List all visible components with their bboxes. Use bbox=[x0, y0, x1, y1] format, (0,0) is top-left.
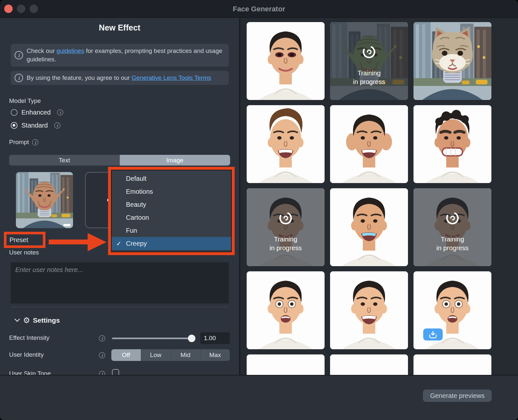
download-button[interactable] bbox=[423, 328, 443, 340]
generate-previews-button[interactable]: Generate previews bbox=[423, 389, 492, 402]
radio-circle[interactable] bbox=[11, 109, 18, 116]
menu-item-label: Default bbox=[126, 175, 146, 182]
user-identity-row: User Identity i OffLowMidMax bbox=[0, 349, 239, 362]
effect-intensity-info-icon[interactable]: i bbox=[99, 335, 105, 341]
user-identity-label: User Identity bbox=[9, 351, 44, 358]
training-label-line1: Training bbox=[247, 236, 325, 243]
menu-item-label: Beauty bbox=[126, 201, 146, 208]
spinner-icon bbox=[444, 209, 461, 227]
user-skin-tone-row: User Skin Tone i bbox=[0, 368, 239, 375]
radio-enhanced[interactable]: Enhancedi bbox=[11, 109, 63, 116]
gear-icon: ⚙ bbox=[23, 316, 30, 324]
annotation-arrow bbox=[49, 240, 88, 244]
user-identity-info-icon[interactable]: i bbox=[99, 352, 105, 358]
preview-tile-8[interactable] bbox=[330, 188, 408, 266]
preview-tile-5[interactable] bbox=[330, 105, 408, 183]
training-label-line1: Training bbox=[330, 69, 408, 77]
preset-annotation-rectangle: Preset bbox=[4, 232, 45, 248]
user-notes-textarea[interactable] bbox=[11, 262, 229, 303]
preview-tile-4[interactable] bbox=[247, 105, 325, 183]
preview-tile-15[interactable] bbox=[413, 354, 491, 375]
titlebar: Face Generator bbox=[0, 0, 518, 18]
preview-tile-14[interactable] bbox=[330, 354, 408, 375]
standard-info-icon[interactable]: i bbox=[54, 122, 60, 129]
divider bbox=[11, 307, 229, 307]
prompt-tabs: TextImage bbox=[9, 155, 230, 166]
menu-item-label: Fun bbox=[126, 227, 137, 234]
preset-dropdown-annotation: ✓Default✓Emotions✓Beauty✓Cartoon✓Fun✓Cre… bbox=[108, 167, 235, 255]
radio-standard[interactable]: Standardi bbox=[11, 122, 60, 129]
training-label-line1: Training bbox=[413, 236, 491, 243]
info-icon: i bbox=[15, 74, 23, 82]
preview-tile-11[interactable] bbox=[330, 271, 408, 349]
training-label-line2: in progress bbox=[330, 78, 408, 86]
radio-label: Standard bbox=[21, 122, 48, 129]
preview-tile-13[interactable] bbox=[247, 354, 325, 375]
menu-item-label: Creepy bbox=[126, 240, 147, 247]
preset-label: Preset bbox=[6, 236, 28, 244]
identity-segment-mid[interactable]: Mid bbox=[171, 349, 201, 361]
settings-header[interactable]: ⚙ Settings bbox=[14, 316, 60, 324]
effect-intensity-value[interactable]: 1.00 bbox=[200, 332, 230, 344]
preview-tile-12[interactable] bbox=[413, 271, 491, 349]
prompt-info-icon[interactable]: i bbox=[32, 139, 38, 145]
preset-menu-item-default[interactable]: ✓Default bbox=[112, 172, 231, 185]
preview-tile-9[interactable]: Trainingin progress bbox=[413, 188, 491, 266]
spinner-icon bbox=[360, 43, 378, 61]
spinner-icon bbox=[277, 209, 294, 227]
radio-circle[interactable] bbox=[11, 122, 18, 129]
preview-tile-1[interactable] bbox=[247, 22, 325, 100]
tab-text[interactable]: Text bbox=[9, 155, 120, 166]
training-overlay bbox=[247, 188, 325, 266]
checkmark-icon: ✓ bbox=[112, 240, 126, 247]
user-skin-tone-info-icon[interactable]: i bbox=[99, 371, 105, 375]
training-overlay bbox=[330, 22, 408, 100]
terms-link[interactable]: Generative Lens Tools Terms bbox=[131, 74, 211, 81]
window-title: Face Generator bbox=[0, 0, 518, 18]
effect-intensity-slider[interactable] bbox=[112, 338, 191, 339]
radio-label: Enhanced bbox=[21, 109, 51, 116]
chevron-down-icon bbox=[14, 318, 20, 322]
training-overlay bbox=[413, 188, 491, 266]
tab-image[interactable]: Image bbox=[120, 155, 230, 166]
new-effect-panel: New Effect i Check our guidelines for ex… bbox=[0, 18, 239, 375]
preset-menu-item-cartoon[interactable]: ✓Cartoon bbox=[112, 211, 231, 224]
preview-tile-7[interactable]: Trainingin progress bbox=[247, 188, 325, 266]
prompt-label-row: Prompt i bbox=[9, 139, 38, 146]
preview-grid: Trainingin progressTrainingin progressTr… bbox=[240, 18, 518, 375]
prompt-label: Prompt bbox=[9, 139, 29, 146]
effect-intensity-slider-thumb[interactable] bbox=[188, 335, 195, 342]
preview-tile-10[interactable] bbox=[247, 271, 325, 349]
model-type-label: Model Type bbox=[9, 97, 41, 105]
user-identity-segmented-control: OffLowMidMax bbox=[111, 349, 230, 361]
prompt-image-thumbnail[interactable] bbox=[16, 172, 73, 228]
app-window: Face Generator New Effect i Check our gu… bbox=[0, 0, 518, 420]
user-skin-tone-checkbox[interactable] bbox=[112, 369, 119, 375]
terms-text: By using the feature, you agree to our G… bbox=[27, 74, 211, 82]
thumbnail-badge bbox=[63, 224, 70, 226]
identity-segment-off[interactable]: Off bbox=[111, 349, 141, 361]
guidelines-info-box: i Check our guidelines for examples, pro… bbox=[11, 44, 229, 67]
identity-segment-low[interactable]: Low bbox=[141, 349, 171, 361]
preview-tile-3[interactable] bbox=[413, 22, 491, 100]
info-icon: i bbox=[15, 51, 23, 59]
preset-menu-item-emotions[interactable]: ✓Emotions bbox=[112, 185, 231, 198]
panel-title: New Effect bbox=[0, 23, 239, 32]
preset-menu-item-creepy[interactable]: ✓Creepy bbox=[112, 237, 231, 250]
preset-menu-item-beauty[interactable]: ✓Beauty bbox=[112, 198, 231, 211]
identity-segment-max[interactable]: Max bbox=[201, 349, 230, 361]
menu-item-label: Emotions bbox=[126, 188, 153, 195]
effect-intensity-row: Effect Intensity i 1.00 bbox=[0, 332, 239, 345]
user-skin-tone-label: User Skin Tone bbox=[9, 370, 51, 375]
preset-dropdown-menu: ✓Default✓Emotions✓Beauty✓Cartoon✓Fun✓Cre… bbox=[111, 170, 232, 252]
enhanced-info-icon[interactable]: i bbox=[57, 109, 63, 116]
preset-menu-item-fun[interactable]: ✓Fun bbox=[112, 224, 231, 237]
training-label-line2: in progress bbox=[413, 244, 491, 252]
guidelines-link[interactable]: guidelines bbox=[56, 47, 84, 54]
bottom-bar: Generate previews bbox=[0, 375, 518, 420]
preview-tile-6[interactable] bbox=[413, 105, 491, 183]
settings-title: Settings bbox=[33, 316, 60, 324]
effect-intensity-label: Effect Intensity bbox=[9, 334, 49, 341]
training-label-line2: in progress bbox=[247, 244, 325, 252]
preview-tile-2[interactable]: Trainingin progress bbox=[330, 22, 408, 100]
